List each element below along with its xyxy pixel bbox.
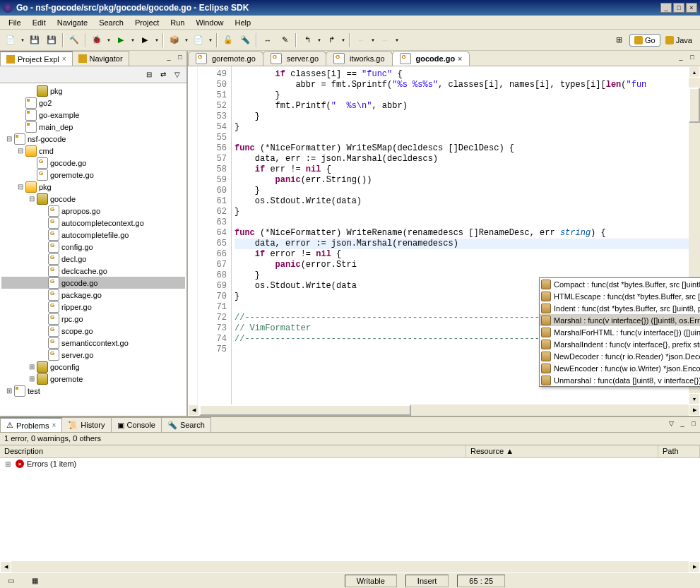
- new-dropdown[interactable]: ▼: [20, 38, 25, 42]
- menu-window[interactable]: Window: [190, 17, 229, 28]
- tree-toggle-icon[interactable]: ⊟: [4, 134, 14, 144]
- code-line[interactable]: os.Stdout.Write(data): [235, 196, 689, 207]
- autocomplete-popup[interactable]: Compact : func(dst *bytes.Buffer, src []…: [539, 277, 700, 387]
- tree-item[interactable]: ⊞goremote: [1, 373, 185, 385]
- open-type-icon[interactable]: 🔓: [220, 32, 236, 48]
- run-last-icon[interactable]: ▶: [137, 32, 153, 48]
- editor-maximize-icon[interactable]: □: [687, 52, 697, 62]
- autocomplete-item[interactable]: Unmarshal : func(data []uint8, v interfa…: [540, 374, 700, 386]
- new-icon[interactable]: 📄: [3, 32, 18, 48]
- code-line[interactable]: func (*NiceFormatter) WriteSMap(decldesc…: [235, 143, 689, 154]
- code-line[interactable]: }: [235, 112, 689, 122]
- tree-item[interactable]: config.go: [1, 241, 185, 253]
- code-line[interactable]: data, error := json.Marshal(renamedescs): [235, 239, 689, 249]
- forward-icon[interactable]: →: [377, 32, 393, 48]
- problems-maximize-icon[interactable]: □: [689, 419, 699, 428]
- editor-tab[interactable]: goremote.go: [188, 51, 263, 66]
- minimize-button[interactable]: _: [660, 3, 672, 13]
- build-icon[interactable]: 🔨: [66, 32, 82, 48]
- scroll-up-icon[interactable]: ▲: [689, 66, 700, 78]
- new-file-icon[interactable]: 📄: [191, 32, 206, 48]
- tree-item[interactable]: rpc.go: [1, 313, 185, 325]
- save-all-icon[interactable]: 💾: [44, 32, 59, 48]
- tree-item[interactable]: pkg: [1, 85, 185, 97]
- tree-item[interactable]: ⊞goconfig: [1, 361, 185, 373]
- prev-annotation-icon[interactable]: ↰: [299, 32, 315, 48]
- close-icon[interactable]: ×: [52, 421, 56, 429]
- menu-edit[interactable]: Edit: [27, 17, 52, 28]
- code-line[interactable]: if err != nil {: [235, 164, 689, 175]
- collapse-all-icon[interactable]: ⊟: [143, 68, 155, 81]
- tree-item[interactable]: goremote.go: [1, 169, 185, 181]
- tree-item[interactable]: server.go: [1, 349, 185, 361]
- tree-item[interactable]: gocode.go: [1, 277, 185, 289]
- tree-toggle-icon[interactable]: ⊞: [27, 374, 37, 384]
- tree-item[interactable]: go2: [1, 97, 185, 109]
- code-line[interactable]: [235, 217, 689, 228]
- search-icon[interactable]: 🔦: [237, 32, 253, 48]
- autocomplete-item[interactable]: Compact : func(dst *bytes.Buffer, src []…: [540, 278, 700, 290]
- run-icon[interactable]: ▶: [113, 32, 129, 48]
- autocomplete-item[interactable]: Indent : func(dst *bytes.Buffer, src []u…: [540, 302, 700, 314]
- autocomplete-item[interactable]: NewDecoder : func(r io.Reader) *json.Dec…: [540, 350, 700, 362]
- tree-item[interactable]: autocompletefile.go: [1, 229, 185, 241]
- tree-toggle-icon[interactable]: ⊟: [16, 182, 25, 192]
- editor-minimize-icon[interactable]: _: [676, 52, 686, 62]
- view-menu-icon[interactable]: ▽: [171, 68, 184, 81]
- tree-item[interactable]: gocode.go: [1, 157, 185, 169]
- open-perspective-icon[interactable]: ⊞: [611, 32, 627, 48]
- problems-view-menu-icon[interactable]: ▽: [666, 419, 676, 428]
- menu-run[interactable]: Run: [165, 17, 190, 28]
- tree-item[interactable]: scope.go: [1, 325, 185, 337]
- tree-toggle-icon[interactable]: ⊞: [27, 362, 37, 372]
- maximize-button[interactable]: □: [673, 3, 684, 13]
- show-view-icon[interactable]: ▭: [3, 573, 18, 589]
- problems-list[interactable]: ⊞×Errors (1 item): [0, 458, 700, 561]
- toggle-mark-icon[interactable]: ↔: [260, 32, 275, 48]
- back-icon[interactable]: ←: [353, 32, 369, 48]
- autocomplete-item[interactable]: MarshalIndent : func(v interface{}, pref…: [540, 338, 700, 350]
- col-description[interactable]: Description: [0, 445, 466, 457]
- tree-toggle-icon[interactable]: ⊟: [27, 194, 37, 204]
- menu-search[interactable]: Search: [93, 17, 129, 28]
- code-line[interactable]: func (*NiceFormatter) WriteRename(rename…: [235, 228, 689, 239]
- tree-item[interactable]: apropos.go: [1, 205, 185, 217]
- scroll-right-icon[interactable]: ▶: [689, 404, 700, 416]
- tree-item[interactable]: main_dep: [1, 121, 185, 133]
- close-icon[interactable]: ×: [458, 55, 462, 63]
- autocomplete-item[interactable]: Marshal : func(v interface{}) ([]uint8, …: [540, 314, 700, 326]
- code-line[interactable]: abbr = fmt.Sprintf("%s %s%s", classes[i]…: [235, 80, 689, 90]
- code-line[interactable]: }: [235, 122, 689, 133]
- view-tab-project-expl[interactable]: Project Expl ×: [0, 51, 73, 66]
- code-line[interactable]: panic(error.Stri: [235, 260, 689, 270]
- code-line[interactable]: }: [235, 186, 689, 196]
- code-line[interactable]: panic(err.String()): [235, 175, 689, 186]
- menu-project[interactable]: Project: [129, 17, 165, 28]
- code-line[interactable]: [235, 133, 689, 143]
- status-tree-icon[interactable]: ▦: [27, 573, 42, 589]
- next-annotation-icon[interactable]: ↱: [324, 32, 339, 48]
- project-explorer-tree[interactable]: pkggo2go-examplemain_dep⊟nsf-gocode⊟cmdg…: [0, 83, 186, 416]
- annotation-icon[interactable]: ✎: [277, 32, 292, 48]
- problems-horizontal-scrollbar[interactable]: ◀ ▶: [0, 561, 700, 572]
- view-tab-navigator[interactable]: Navigator: [72, 51, 129, 66]
- tree-item[interactable]: declcache.go: [1, 265, 185, 277]
- close-button[interactable]: ×: [686, 3, 697, 13]
- code-line[interactable]: data, err := json.Marshal(decldescs): [235, 154, 689, 164]
- col-path[interactable]: Path: [658, 445, 700, 457]
- tree-item[interactable]: ⊟nsf-gocode: [1, 133, 185, 145]
- tree-item[interactable]: ⊟cmd: [1, 145, 185, 157]
- problem-row[interactable]: ⊞×Errors (1 item): [0, 458, 700, 469]
- close-icon[interactable]: ×: [62, 55, 66, 63]
- col-resource[interactable]: Resource ▲: [466, 445, 658, 457]
- scroll-down-icon[interactable]: ▼: [689, 393, 700, 404]
- menu-help[interactable]: Help: [230, 17, 257, 28]
- tree-toggle-icon[interactable]: ⊟: [16, 146, 25, 156]
- code-line[interactable]: }: [235, 207, 689, 217]
- tree-item[interactable]: ripper.go: [1, 301, 185, 313]
- debug-icon[interactable]: 🐞: [89, 32, 105, 48]
- tree-item[interactable]: decl.go: [1, 253, 185, 265]
- code-line[interactable]: }: [235, 90, 689, 101]
- view-tab-search[interactable]: 🔦 Search: [161, 417, 211, 432]
- tree-toggle-icon[interactable]: ⊞: [4, 386, 14, 396]
